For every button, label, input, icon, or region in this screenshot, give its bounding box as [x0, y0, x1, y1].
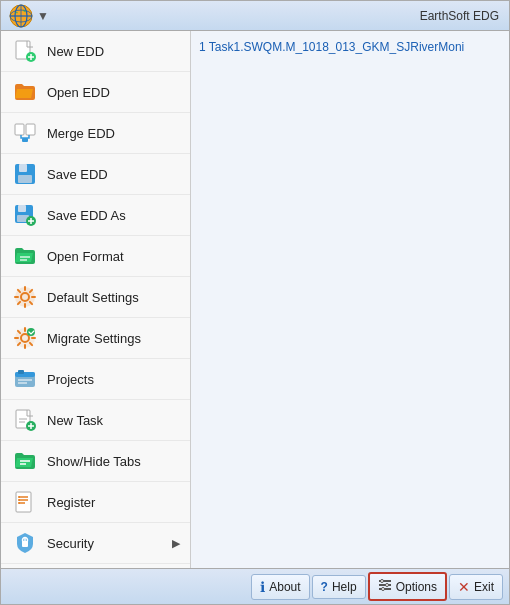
help-label: Help	[332, 580, 357, 594]
help-button[interactable]: ? Help	[312, 575, 366, 599]
svg-rect-32	[18, 370, 24, 374]
svg-rect-10	[26, 124, 35, 135]
menu-item-merge-edd[interactable]: Merge EDD	[1, 113, 190, 154]
exit-button[interactable]: ✕ Exit	[449, 574, 503, 600]
svg-rect-19	[26, 206, 28, 210]
menu-label-new-edd: New EDD	[47, 44, 180, 59]
help-icon: ?	[321, 580, 328, 594]
options-icon	[378, 578, 392, 595]
options-button[interactable]: Options	[368, 572, 447, 601]
menu-item-projects[interactable]: Projects	[1, 359, 190, 400]
new-task-icon	[11, 406, 39, 434]
menu-label-merge-edd: Merge EDD	[47, 126, 180, 141]
menu-item-save-edd-as[interactable]: Save EDD As	[1, 195, 190, 236]
menu-item-migrate-settings[interactable]: Migrate Settings	[1, 318, 190, 359]
menu-item-save-edd[interactable]: Save EDD	[1, 154, 190, 195]
svg-rect-17	[18, 205, 26, 212]
menu-item-new-task[interactable]: New Task	[1, 400, 190, 441]
menu-panel: New EDD Open EDD	[1, 31, 191, 568]
content-area: 1 Task1.SWQM.M_1018_013_GKM_SJRiverMoni	[191, 31, 509, 568]
settings-icon	[11, 283, 39, 311]
options-label: Options	[396, 580, 437, 594]
save-as-icon	[11, 201, 39, 229]
svg-point-56	[380, 580, 383, 583]
svg-rect-13	[19, 164, 27, 172]
menu-label-save-edd-as: Save EDD As	[47, 208, 180, 223]
titlebar: ▼ EarthSoft EDG	[1, 1, 509, 31]
menu-label-default-settings: Default Settings	[47, 290, 180, 305]
menu-label-show-hide-tabs: Show/Hide Tabs	[47, 454, 180, 469]
exit-icon: ✕	[458, 579, 470, 595]
main-window: ▼ EarthSoft EDG New EDD	[0, 0, 510, 605]
menu-label-migrate-settings: Migrate Settings	[47, 331, 180, 346]
app-logo	[9, 4, 33, 28]
info-icon: ℹ	[260, 579, 265, 595]
menu-item-register[interactable]: Register	[1, 482, 190, 523]
svg-rect-43	[16, 492, 31, 512]
security-submenu-arrow: ▶	[172, 537, 180, 550]
open-format-icon	[11, 242, 39, 270]
svg-point-58	[381, 588, 384, 591]
svg-point-49	[18, 502, 20, 504]
menu-label-security: Security	[47, 536, 172, 551]
exit-label: Exit	[474, 580, 494, 594]
task-link[interactable]: 1 Task1.SWQM.M_1018_013_GKM_SJRiverMoni	[199, 40, 464, 54]
menu-label-open-edd: Open EDD	[47, 85, 180, 100]
menu-item-default-settings[interactable]: Default Settings	[1, 277, 190, 318]
menu-label-save-edd: Save EDD	[47, 167, 180, 182]
menu-item-show-hide-tabs[interactable]: Show/Hide Tabs	[1, 441, 190, 482]
bottom-toolbar: ℹ About ? Help Options ✕ Exit	[1, 568, 509, 604]
menu-label-register: Register	[47, 495, 180, 510]
window-title: EarthSoft EDG	[420, 9, 499, 23]
svg-rect-15	[27, 165, 29, 170]
new-file-icon	[11, 37, 39, 65]
about-label: About	[269, 580, 300, 594]
menu-item-open-format[interactable]: Open Format	[1, 236, 190, 277]
menu-item-new-edd[interactable]: New EDD	[1, 31, 190, 72]
security-icon	[11, 529, 39, 557]
svg-point-47	[18, 496, 20, 498]
svg-rect-9	[15, 124, 24, 135]
svg-rect-14	[18, 175, 32, 183]
menu-item-open-edd[interactable]: Open EDD	[1, 72, 190, 113]
save-icon	[11, 160, 39, 188]
svg-rect-11	[22, 138, 28, 142]
menu-label-projects: Projects	[47, 372, 180, 387]
about-button[interactable]: ℹ About	[251, 574, 309, 600]
projects-icon	[11, 365, 39, 393]
open-folder-icon	[11, 78, 39, 106]
menu-item-security[interactable]: Security ▶	[1, 523, 190, 564]
pin-icon: ▼	[37, 9, 49, 23]
svg-point-48	[18, 499, 20, 501]
main-area: New EDD Open EDD	[1, 31, 509, 568]
menu-label-open-format: Open Format	[47, 249, 180, 264]
register-icon	[11, 488, 39, 516]
merge-icon	[11, 119, 39, 147]
svg-point-57	[385, 584, 388, 587]
menu-label-new-task: New Task	[47, 413, 180, 428]
migrate-icon	[11, 324, 39, 352]
tabs-icon	[11, 447, 39, 475]
